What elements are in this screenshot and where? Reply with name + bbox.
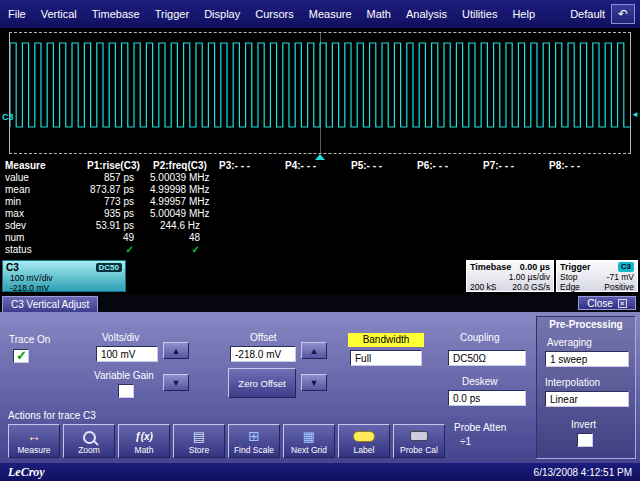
measure-value — [414, 232, 480, 244]
measure-value — [414, 220, 480, 232]
deskew-field[interactable]: 0.0 ps — [448, 390, 526, 406]
channel-c3-descriptor[interactable]: C3 DC50 100 mV/div -218.0 mV — [2, 260, 126, 292]
lecroy-logo: LeCroy — [8, 465, 45, 480]
trigger-mode: Stop — [560, 272, 578, 282]
measure-value — [282, 208, 348, 220]
measure-button[interactable]: Measure — [8, 424, 60, 458]
menu-item-help[interactable]: Help — [512, 8, 535, 20]
offset-up-icon[interactable]: ▲ — [301, 342, 327, 359]
find-scale-icon — [229, 428, 279, 444]
measure-value — [348, 184, 414, 196]
status-bar: LeCroy 6/13/2008 4:12:51 PM — [0, 463, 640, 481]
interpolation-label: Interpolation — [545, 377, 600, 388]
coupling-label: Coupling — [460, 332, 499, 343]
trigger-title: Trigger — [560, 262, 591, 272]
volts-div-up-icon[interactable]: ▲ — [163, 342, 189, 359]
timebase-descriptor[interactable]: Timebase 0.00 µs 1.00 µs/div 200 kS 20.0… — [466, 260, 554, 292]
measure-row-sdev: sdev53.91 ps244.6 Hz — [0, 220, 640, 232]
measure-value — [348, 244, 414, 256]
invert-checkbox[interactable] — [577, 433, 593, 447]
measure-value — [546, 232, 612, 244]
menu-item-trigger[interactable]: Trigger — [155, 8, 189, 20]
offset-down-icon[interactable]: ▼ — [301, 374, 327, 391]
channel-zero-marker[interactable]: C3 — [2, 112, 14, 122]
default-setup-button[interactable]: Default — [570, 8, 605, 20]
menu-item-utilities[interactable]: Utilities — [462, 8, 497, 20]
measure-col-p2: P2:freq(C3) — [150, 160, 216, 172]
measure-value: 873.87 ps — [84, 184, 150, 196]
measure-value — [414, 244, 480, 256]
trigger-level-marker[interactable]: ◄ — [631, 110, 639, 119]
menu-bar: FileVerticalTimebaseTriggerDisplayCursor… — [0, 0, 640, 28]
trigger-level: -71 mV — [607, 272, 634, 282]
zoom-button[interactable]: Zoom — [63, 424, 115, 458]
interpolation-select[interactable]: Linear — [545, 391, 629, 407]
measure-value — [546, 220, 612, 232]
measure-row-status: status✓✓ — [0, 244, 640, 256]
trace-on-label: Trace On — [9, 334, 50, 345]
menu-item-display[interactable]: Display — [204, 8, 240, 20]
close-button[interactable]: Close ✕ — [578, 296, 636, 310]
menu-item-cursors[interactable]: Cursors — [255, 8, 294, 20]
math-button[interactable]: Math — [118, 424, 170, 458]
measure-row-min: min773 ps4.99957 MHz — [0, 196, 640, 208]
deskew-label: Deskew — [462, 376, 498, 387]
measure-value — [480, 196, 546, 208]
averaging-field[interactable]: 1 sweep — [545, 351, 629, 367]
probe-cal-button[interactable]: Probe Cal — [393, 424, 445, 458]
volts-div-down-icon[interactable]: ▼ — [163, 374, 189, 391]
measure-col-p4: P4:- - - — [282, 160, 348, 172]
measure-value: 4.99957 MHz — [150, 196, 216, 208]
measure-value — [216, 172, 282, 184]
menu-item-measure[interactable]: Measure — [309, 8, 352, 20]
menu-item-analysis[interactable]: Analysis — [406, 8, 447, 20]
timebase-scale: 1.00 µs/div — [470, 272, 550, 282]
trace-on-checkbox[interactable] — [13, 349, 29, 363]
c3-vertical-adjust-dialog: C3 Vertical Adjust Close ✕ Trace On Volt… — [0, 295, 640, 463]
status-check-icon: ✓ — [84, 244, 150, 256]
channel-trace — [10, 33, 630, 153]
probe-atten-value[interactable]: ÷1 — [460, 436, 471, 447]
channel-offset: -218.0 mV — [6, 283, 122, 293]
next-grid-button[interactable]: Next Grid — [283, 424, 335, 458]
menu-items: FileVerticalTimebaseTriggerDisplayCursor… — [0, 8, 570, 20]
timebase-title: Timebase — [470, 262, 511, 272]
measure-value — [480, 184, 546, 196]
zero-offset-button[interactable]: Zero Offset — [228, 368, 296, 398]
action-buttons-row: MeasureZoomMathStoreFind ScaleNext GridL… — [8, 424, 445, 458]
offset-field[interactable]: -218.0 mV — [230, 346, 296, 362]
measure-header-row: MeasureP1:rise(C3)P2:freq(C3)P3:- - -P4:… — [0, 160, 640, 172]
measure-value — [348, 220, 414, 232]
trigger-descriptor[interactable]: Trigger C3 Stop -71 mV Edge Positive — [556, 260, 638, 292]
bandwidth-select[interactable]: Full — [350, 350, 422, 366]
undo-icon[interactable]: ↶ — [611, 4, 635, 24]
measure-row-num: num4948 — [0, 232, 640, 244]
measure-col-p7: P7:- - - — [480, 160, 546, 172]
menu-item-vertical[interactable]: Vertical — [41, 8, 77, 20]
trigger-slope: Positive — [604, 282, 634, 292]
measure-row-mean: mean873.87 ps4.99998 MHz — [0, 184, 640, 196]
tab-c3-vertical-adjust[interactable]: C3 Vertical Adjust — [2, 296, 98, 312]
coupling-select[interactable]: DC50Ω — [448, 350, 526, 366]
find-scale-button[interactable]: Find Scale — [228, 424, 280, 458]
measure-value: 53.91 ps — [84, 220, 150, 232]
measure-col-p3: P3:- - - — [216, 160, 282, 172]
trigger-type: Edge — [560, 282, 580, 292]
menu-item-math[interactable]: Math — [367, 8, 391, 20]
measure-header: Measure — [0, 160, 84, 172]
measure-value — [282, 232, 348, 244]
measure-value — [282, 244, 348, 256]
measure-value — [348, 196, 414, 208]
menu-item-timebase[interactable]: Timebase — [92, 8, 140, 20]
measure-value: 49 — [84, 232, 150, 244]
measure-row-label: max — [0, 208, 84, 220]
measure-row-max: max935 ps5.00049 MHz — [0, 208, 640, 220]
measure-value — [282, 220, 348, 232]
menu-item-file[interactable]: File — [8, 8, 26, 20]
label-button[interactable]: Label — [338, 424, 390, 458]
trigger-source-badge: C3 — [618, 262, 634, 272]
store-button[interactable]: Store — [173, 424, 225, 458]
variable-gain-checkbox[interactable] — [118, 384, 134, 398]
store-icon — [174, 428, 224, 444]
volts-div-field[interactable]: 100 mV — [96, 346, 158, 362]
